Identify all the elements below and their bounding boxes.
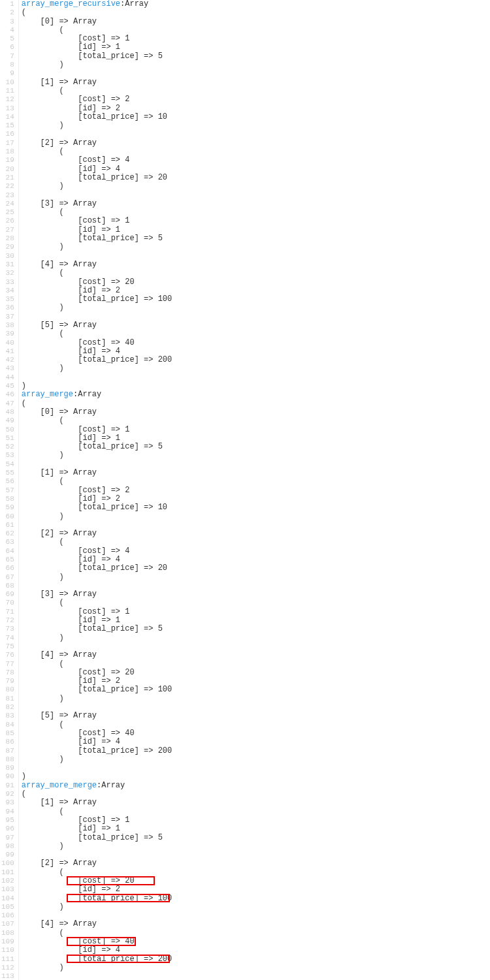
- code-line: [cost] => 4: [22, 547, 172, 556]
- line-number: 40: [1, 339, 14, 347]
- code-line: [cost] => 1: [22, 816, 172, 825]
- code-line: (: [22, 929, 172, 938]
- code-line: ): [22, 382, 172, 390]
- code-line: [cost] => 1: [22, 35, 172, 43]
- line-number: 71: [1, 608, 14, 616]
- code-line: [4] => Array: [22, 920, 172, 928]
- line-number: 10: [1, 78, 14, 87]
- line-number: 37: [1, 313, 14, 321]
- code-line: (: [22, 790, 172, 798]
- line-number: 105: [1, 903, 14, 911]
- code-line: [1] => Array: [22, 78, 172, 87]
- code-line: [22, 521, 172, 530]
- code-line: [cost] => 1: [22, 217, 172, 225]
- code-line: ): [22, 243, 172, 251]
- code-line: [2] => Array: [22, 139, 172, 148]
- line-number: 54: [1, 460, 14, 469]
- line-number: 107: [1, 920, 14, 928]
- line-number: 47: [1, 400, 14, 408]
- line-number: 103: [1, 885, 14, 894]
- code-line: [id] => 4: [22, 347, 172, 356]
- code-line: (: [22, 417, 172, 425]
- line-number: 17: [1, 139, 14, 148]
- line-number: 73: [1, 625, 14, 633]
- code-line: [cost] => 40: [22, 938, 172, 946]
- line-number: 97: [1, 834, 14, 842]
- line-number: 19: [1, 156, 14, 165]
- line-number: 86: [1, 738, 14, 746]
- code-line: (: [22, 87, 172, 95]
- line-number: 81: [1, 695, 14, 703]
- line-number: 62: [1, 530, 14, 538]
- code-line: [22, 703, 172, 712]
- line-number: 27: [1, 226, 14, 234]
- code-line: [22, 373, 172, 382]
- line-number: 11: [1, 87, 14, 95]
- code-line: [total_price] => 200: [22, 356, 172, 364]
- line-number: 52: [1, 443, 14, 451]
- line-number: 99: [1, 851, 14, 859]
- line-number: 76: [1, 651, 14, 659]
- line-number: 12: [1, 95, 14, 104]
- code-line: [3] => Array: [22, 590, 172, 599]
- line-number: 8: [1, 61, 14, 69]
- code-line: [total_price] => 100: [22, 686, 172, 694]
- line-number: 68: [1, 582, 14, 590]
- line-number: 70: [1, 599, 14, 607]
- code-content[interactable]: array_merge_recursive:Array( [0] => Arra…: [19, 0, 172, 980]
- code-line: [4] => Array: [22, 651, 172, 659]
- line-number: 93: [1, 798, 14, 807]
- code-line: ): [22, 964, 172, 972]
- line-number: 66: [1, 564, 14, 573]
- code-line: [total_price] => 5: [22, 52, 172, 61]
- code-line: ): [22, 695, 172, 703]
- line-number: 77: [1, 660, 14, 669]
- code-line: ): [22, 903, 172, 911]
- code-line: (: [22, 477, 172, 486]
- line-number: 101: [1, 868, 14, 877]
- line-number: 36: [1, 304, 14, 312]
- line-number: 63: [1, 538, 14, 546]
- code-line: (: [22, 8, 172, 17]
- line-number: 98: [1, 842, 14, 851]
- code-line: [id] => 4: [22, 165, 172, 174]
- line-number: 26: [1, 217, 14, 225]
- code-line: [5] => Array: [22, 321, 172, 330]
- code-line: [total_price] => 10: [22, 113, 172, 121]
- code-line: [22, 69, 172, 78]
- code-line: [id] => 1: [22, 434, 172, 443]
- line-number: 69: [1, 590, 14, 599]
- code-line: [cost] => 4: [22, 156, 172, 165]
- line-number: 9: [1, 69, 14, 78]
- code-line: [id] => 2: [22, 885, 172, 894]
- code-line: [total_price] => 200: [22, 747, 172, 755]
- code-line: [id] => 4: [22, 738, 172, 746]
- line-number: 89: [1, 764, 14, 772]
- code-line: [cost] => 40: [22, 729, 172, 738]
- code-line: [id] => 1: [22, 226, 172, 234]
- line-number: 80: [1, 686, 14, 694]
- line-number: 75: [1, 642, 14, 651]
- line-number: 84: [1, 721, 14, 729]
- code-line: ): [22, 755, 172, 764]
- line-number: 88: [1, 755, 14, 764]
- keyword: array_merge_recursive: [22, 0, 120, 8]
- line-number: 15: [1, 121, 14, 130]
- line-number: 59: [1, 503, 14, 512]
- line-number: 30: [1, 252, 14, 261]
- line-number: 3: [1, 18, 14, 26]
- line-number: 13: [1, 104, 14, 113]
- line-number: 31: [1, 261, 14, 269]
- line-number: 57: [1, 486, 14, 495]
- code-line: [22, 911, 172, 920]
- code-line: ): [22, 61, 172, 69]
- line-number: 1: [1, 0, 14, 8]
- line-number: 48: [1, 408, 14, 417]
- code-line: [22, 642, 172, 651]
- line-number-gutter: 1234567891011121314151617181920212223242…: [0, 0, 19, 980]
- line-number: 79: [1, 677, 14, 686]
- line-number: 91: [1, 782, 14, 790]
- line-number: 87: [1, 747, 14, 755]
- code-line: [22, 252, 172, 261]
- line-number: 23: [1, 191, 14, 200]
